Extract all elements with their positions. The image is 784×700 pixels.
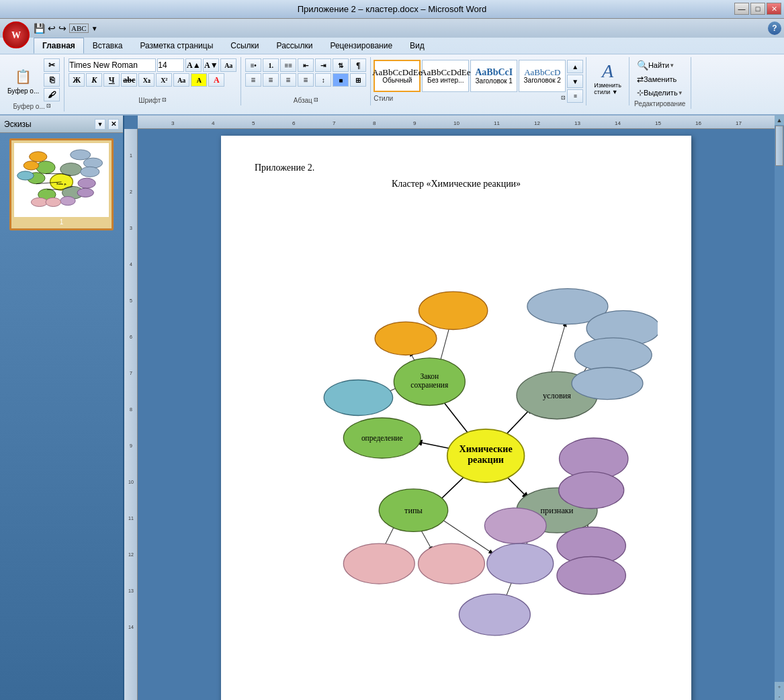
svg-point-102 bbox=[557, 556, 625, 594]
font-grow-button[interactable]: A▲ bbox=[185, 58, 202, 72]
decrease-indent-button[interactable]: ⇤ bbox=[298, 58, 314, 72]
svg-text:типы: типы bbox=[404, 506, 423, 515]
paste-button[interactable]: 📋 Буфер о... bbox=[4, 64, 42, 97]
bold-button[interactable]: Ж bbox=[69, 73, 85, 87]
scroll-up-arrow[interactable]: ▲ bbox=[775, 116, 784, 125]
svg-point-5 bbox=[60, 163, 82, 176]
svg-text:Химические: Химические bbox=[459, 443, 512, 454]
svg-point-11 bbox=[17, 171, 34, 180]
align-left-button[interactable]: ≡ bbox=[245, 73, 261, 87]
numbering-button[interactable]: 1. bbox=[263, 58, 279, 72]
zoom-out-arrow[interactable]: - bbox=[775, 692, 784, 700]
clear-format-button[interactable]: Aa bbox=[220, 58, 236, 72]
svg-text:6: 6 bbox=[130, 335, 132, 339]
sidebar-dropdown[interactable]: ▼ bbox=[95, 119, 105, 130]
find-button[interactable]: 🔍 Найти ▼ bbox=[634, 58, 687, 72]
line-spacing-button[interactable]: ↕ bbox=[315, 73, 331, 87]
quick-dropdown-icon[interactable]: ▼ bbox=[91, 25, 98, 32]
tab-layout[interactable]: Разметка страницы bbox=[131, 38, 222, 54]
sidebar-close[interactable]: ✕ bbox=[108, 119, 119, 130]
styles-expand[interactable]: ⊡ bbox=[561, 95, 566, 101]
borders-button[interactable]: ⊞ bbox=[350, 73, 366, 87]
ruler-vertical: 1 2 3 4 5 6 7 8 9 10 11 12 13 14 bbox=[124, 129, 138, 700]
scroll-thumb[interactable] bbox=[775, 126, 783, 166]
minimize-button[interactable]: — bbox=[734, 3, 749, 15]
font-name-input[interactable] bbox=[69, 58, 156, 72]
close-button[interactable]: ✕ bbox=[767, 3, 781, 15]
change-styles-button[interactable]: ≡ bbox=[567, 89, 583, 103]
subscript-button[interactable]: X₂ bbox=[138, 73, 155, 87]
copy-button[interactable]: ⎘ bbox=[44, 73, 60, 87]
page-thumbnail[interactable]: Хим. р. bbox=[9, 138, 114, 230]
highlight-button[interactable]: A bbox=[191, 73, 207, 87]
svg-point-91 bbox=[419, 292, 487, 329]
ribbon: W 💾 ↩ ↪ ABC ▼ Главная Вставка Разметка с… bbox=[0, 19, 784, 116]
find-label: Найти bbox=[648, 61, 669, 69]
svg-point-14 bbox=[81, 167, 99, 177]
font-size-input[interactable] bbox=[157, 58, 184, 72]
style-no-spacing[interactable]: AaBbCcDdEe Без интер... bbox=[422, 60, 469, 92]
show-marks-button[interactable]: ¶ bbox=[350, 58, 366, 72]
text-effects-button[interactable]: Аа bbox=[173, 73, 189, 87]
strikethrough-button[interactable]: abc bbox=[121, 73, 137, 87]
ribbon-tab-bar: Главная Вставка Разметка страницы Ссылки… bbox=[0, 38, 784, 54]
bullets-button[interactable]: ≡• bbox=[245, 58, 261, 72]
styles-label: Стили bbox=[374, 95, 393, 102]
font-color-button[interactable]: A bbox=[208, 73, 224, 87]
align-center-button[interactable]: ≡ bbox=[263, 73, 279, 87]
align-right-button[interactable]: ≡ bbox=[280, 73, 296, 87]
quick-save-icon[interactable]: 💾 bbox=[34, 23, 45, 34]
quick-redo-icon[interactable]: ↪ bbox=[58, 23, 67, 34]
superscript-button[interactable]: X² bbox=[156, 73, 172, 87]
tab-references[interactable]: Ссылки bbox=[222, 38, 267, 54]
change-styles-big-button[interactable]: A Изменитьстили ▼ bbox=[591, 58, 625, 97]
tab-view[interactable]: Вид bbox=[401, 38, 433, 54]
main-area: Эскизы ▼ ✕ Хим. р. bbox=[0, 116, 784, 700]
styles-scroll-down[interactable]: ▼ bbox=[567, 75, 583, 88]
replace-button[interactable]: ⇄ Заменить bbox=[634, 73, 687, 85]
svg-point-105 bbox=[487, 543, 554, 584]
styles-scroll-up[interactable]: ▲ bbox=[567, 60, 583, 73]
svg-text:8: 8 bbox=[373, 120, 376, 126]
italic-button[interactable]: К bbox=[86, 73, 102, 87]
shading-button[interactable]: ■ bbox=[333, 73, 349, 87]
zoom-in-arrow[interactable]: + bbox=[775, 682, 784, 691]
style-heading1[interactable]: AaBbCcI Заголовок 1 bbox=[470, 60, 517, 92]
svg-point-103 bbox=[343, 543, 415, 584]
vertical-scrollbar[interactable]: ▲ ▼ + - bbox=[775, 116, 784, 700]
svg-text:Закон: Закон bbox=[420, 372, 439, 380]
svg-point-100 bbox=[484, 508, 546, 543]
style-heading2[interactable]: AaBbCcD Заголовок 2 bbox=[519, 60, 566, 92]
underline-button[interactable]: Ч bbox=[103, 73, 120, 87]
quick-undo-icon[interactable]: ↩ bbox=[48, 23, 56, 34]
help-button[interactable]: ? bbox=[768, 21, 781, 35]
multilevel-button[interactable]: ≡≡ bbox=[280, 58, 296, 72]
format-painter-button[interactable]: 🖌 bbox=[44, 88, 60, 101]
sort-button[interactable]: ⇅ bbox=[333, 58, 349, 72]
change-styles-label: Изменитьстили ▼ bbox=[594, 82, 621, 95]
office-button[interactable]: W bbox=[3, 21, 30, 48]
font-expand[interactable]: ⊡ bbox=[162, 97, 167, 103]
paragraph-expand[interactable]: ⊡ bbox=[314, 97, 318, 103]
tab-insert[interactable]: Вставка bbox=[84, 38, 132, 54]
svg-text:7: 7 bbox=[130, 371, 132, 376]
quick-abc-icon[interactable]: ABC bbox=[69, 24, 89, 33]
justify-button[interactable]: ≡ bbox=[298, 73, 314, 87]
sidebar: Эскизы ▼ ✕ Хим. р. bbox=[0, 116, 124, 700]
font-shrink-button[interactable]: A▼ bbox=[203, 58, 219, 72]
increase-indent-button[interactable]: ⇥ bbox=[315, 58, 331, 72]
svg-text:8: 8 bbox=[130, 407, 132, 412]
svg-text:реакции: реакции bbox=[468, 454, 504, 465]
paragraph-label: Абзац bbox=[294, 97, 312, 104]
cut-button[interactable]: ✂ bbox=[44, 58, 60, 72]
sidebar-header: Эскизы ▼ ✕ bbox=[0, 116, 123, 133]
clipboard-expand[interactable]: ⊡ bbox=[46, 103, 51, 109]
tab-mailings[interactable]: Рассылки bbox=[268, 38, 322, 54]
tab-review[interactable]: Рецензирование bbox=[321, 38, 401, 54]
select-button[interactable]: ⊹ Выделить ▼ bbox=[634, 87, 687, 99]
style-normal[interactable]: AaBbCcDdEe Обычный bbox=[374, 60, 421, 92]
svg-text:7: 7 bbox=[333, 120, 336, 126]
maximize-button[interactable]: □ bbox=[750, 3, 765, 15]
svg-rect-41 bbox=[124, 129, 138, 700]
tab-home[interactable]: Главная bbox=[34, 38, 84, 54]
